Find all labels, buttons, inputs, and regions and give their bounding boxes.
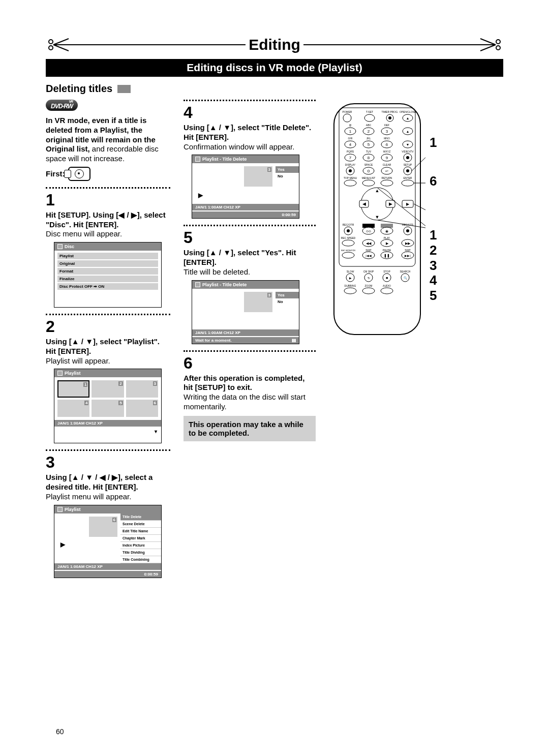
svg-text:POWER: POWER: [343, 110, 352, 113]
svg-text:SPACE: SPACE: [364, 163, 373, 166]
svg-text:REC MONITOR: REC MONITOR: [341, 249, 355, 252]
osd-title-delete-confirm-screenshot: Playlist - Title Delete 3 ▶ Yes No JAN/1…: [192, 280, 299, 344]
svg-text:5: 5: [368, 142, 370, 147]
svg-text:DEF: DEF: [384, 124, 389, 127]
step-3-number: 3: [46, 453, 170, 472]
section-title: Deleting titles: [46, 83, 503, 95]
page-title: Editing: [246, 36, 303, 53]
divider-icon: [184, 350, 316, 352]
svg-point-70: [402, 180, 414, 186]
svg-text:REC/OTR: REC/OTR: [343, 223, 354, 226]
step-5-number: 5: [184, 228, 316, 247]
step-4-number: 4: [184, 103, 316, 122]
svg-text:▶: ▶: [349, 277, 352, 280]
svg-point-1: [49, 46, 53, 50]
svg-text:SETUP: SETUP: [404, 163, 412, 166]
first-label: First:: [46, 167, 170, 181]
intro-text: In VR mode, even if a title is deleted f…: [46, 116, 170, 164]
svg-text:ENTER: ENTER: [404, 176, 412, 179]
svg-text:6: 6: [386, 142, 388, 147]
divider-icon: [46, 314, 170, 315]
svg-text:CLEAR: CLEAR: [383, 163, 391, 166]
svg-point-68: [362, 180, 375, 186]
svg-point-56: [349, 169, 352, 172]
svg-point-96: [342, 240, 354, 246]
svg-text:8: 8: [368, 156, 370, 160]
step-1-number: 1: [46, 191, 170, 209]
svg-text:▶: ▶: [389, 201, 392, 206]
svg-text:◀◀: ◀◀: [366, 241, 372, 245]
subtitle-bar: Editing discs in VR mode (Playlist): [46, 59, 503, 77]
svg-text:CM SKIP: CM SKIP: [363, 270, 374, 273]
svg-text:9: 9: [386, 156, 388, 160]
svg-point-11: [364, 114, 375, 122]
svg-text:SKIP: SKIP: [365, 249, 372, 252]
svg-text:PLAY: PLAY: [384, 236, 390, 239]
svg-text:⊙⊙: ⊙⊙: [366, 230, 371, 233]
svg-text:ZOOM: ZOOM: [365, 284, 373, 287]
step-6-number: 6: [184, 354, 316, 373]
svg-text:WXYZ: WXYZ: [383, 150, 390, 153]
svg-text:▼: ▼: [375, 215, 380, 220]
svg-text:▶: ▶: [406, 202, 410, 206]
step-4-text: Using [▲ / ▼], select "Title Delete". Hi…: [184, 123, 316, 152]
svg-text:PQRS: PQRS: [347, 150, 354, 153]
svg-point-62: [406, 169, 409, 172]
svg-text:◀: ◀: [362, 201, 366, 206]
svg-text:DUBBING: DUBBING: [345, 284, 356, 287]
page-number: 60: [56, 728, 64, 736]
dvdrw-badge: VR DVD-RW: [46, 100, 78, 111]
svg-text:SKIP: SKIP: [405, 249, 411, 252]
column-2: 4 Using [▲ / ▼], select "Title Delete". …: [184, 100, 316, 578]
svg-point-3: [496, 46, 500, 50]
svg-text:▶▶: ▶▶: [405, 241, 411, 245]
remote-callout-numbers: 1 6 1 2 3 4 5: [430, 100, 437, 339]
svg-text:4: 4: [349, 142, 352, 147]
svg-text:SEARCH: SEARCH: [400, 270, 411, 273]
column-3: POWER OPEN/CLOSE T-SET TIMER PROG. ▲ @ A…: [329, 100, 503, 578]
svg-point-10: [343, 114, 351, 122]
svg-text:REC SPEED: REC SPEED: [341, 236, 356, 239]
svg-text:3: 3: [386, 129, 388, 134]
svg-point-67: [344, 180, 356, 186]
svg-text:▼: ▼: [406, 143, 410, 146]
svg-text:MENU/LIST: MENU/LIST: [362, 176, 376, 179]
svg-point-50: [406, 156, 409, 159]
svg-text:↩: ↩: [385, 169, 388, 173]
step-2-text: Using [▲ / ▼], select "Playlist". Hit [E…: [46, 337, 170, 366]
svg-text:🔍: 🔍: [404, 276, 408, 280]
svg-text:↻: ↻: [368, 277, 370, 280]
svg-text:AUDIO: AUDIO: [383, 284, 391, 287]
svg-point-129: [344, 288, 356, 294]
svg-point-87: [347, 229, 350, 232]
svg-text:SLOW: SLOW: [347, 270, 354, 273]
svg-text:◉: ◉: [385, 229, 388, 233]
svg-text:▲: ▲: [406, 116, 410, 120]
svg-text:|◀◀: |◀◀: [365, 254, 372, 257]
osd-playlist-thumbs-screenshot: Playlist 1 2 3 4 5 6 JAN/1 1:00AM CH12 X…: [54, 369, 162, 443]
divider-icon: [46, 187, 170, 189]
divider-icon: [46, 449, 170, 451]
osd-title-delete-screenshot: Playlist - Title Delete 3 ▶ Yes No JAN/1…: [192, 155, 299, 219]
svg-text:TUV: TUV: [366, 150, 372, 153]
svg-text:GHI: GHI: [348, 137, 353, 140]
svg-point-13: [388, 116, 391, 119]
step-6-text: After this operation is completed, hit […: [184, 374, 316, 412]
svg-point-131: [381, 288, 393, 294]
svg-text:❚❚: ❚❚: [384, 254, 390, 258]
svg-point-0: [49, 40, 53, 44]
svg-text:▶▶|: ▶▶|: [405, 254, 411, 257]
svg-text:TOP MENU: TOP MENU: [344, 176, 357, 179]
svg-text:DISPLAY: DISPLAY: [345, 163, 356, 166]
svg-text:OPEN/CLOSE: OPEN/CLOSE: [400, 110, 416, 113]
svg-point-93: [406, 229, 409, 232]
svg-point-69: [381, 180, 393, 186]
title-banner: Editing: [46, 36, 503, 54]
svg-text:7: 7: [349, 156, 352, 160]
svg-point-2: [496, 40, 500, 44]
svg-text:2: 2: [368, 129, 370, 134]
step-2-number: 2: [46, 317, 170, 336]
osd-playlist-menu-screenshot: Playlist 6 ▶ Title Delete Scene Delete E…: [54, 505, 162, 578]
svg-text:STOP: STOP: [383, 270, 390, 273]
divider-icon: [184, 100, 316, 101]
